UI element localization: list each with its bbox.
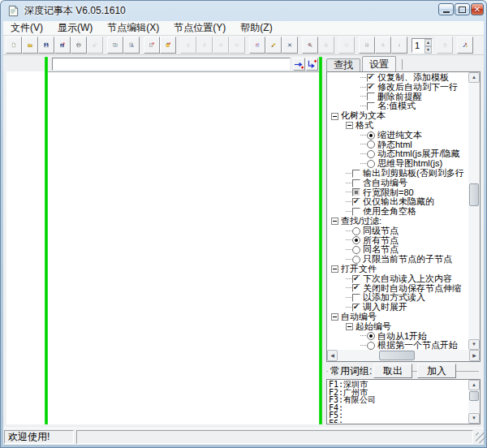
maximize-button[interactable] bbox=[455, 3, 470, 15]
expand-level-1-icon bbox=[397, 39, 402, 51]
tree-horizontal-scrollbar[interactable]: ◀ ▶ bbox=[327, 350, 480, 361]
scroll-left-icon[interactable]: ◀ bbox=[327, 350, 338, 361]
tree-checkbox-item[interactable]: 修改后自动到下一行 bbox=[329, 83, 468, 93]
delete-x-button[interactable] bbox=[282, 37, 298, 54]
paste-branch-icon bbox=[166, 39, 170, 51]
tree-checkbox-item[interactable]: 下次自动读入上次内容 bbox=[329, 274, 468, 284]
save-button[interactable] bbox=[38, 37, 54, 54]
tree-item-label: 打开文件 bbox=[341, 265, 377, 274]
minimize-button[interactable] bbox=[438, 3, 454, 15]
tree-connector bbox=[346, 201, 351, 203]
tree-node[interactable]: 查找/过滤: bbox=[329, 217, 468, 226]
zoom-in-button[interactable] bbox=[302, 37, 318, 54]
tree-item-label: 下次自动读入上次内容 bbox=[363, 274, 452, 284]
tree-connector bbox=[360, 96, 366, 97]
scroll-up-icon[interactable]: ▲ bbox=[468, 72, 480, 83]
zoom-in-icon bbox=[308, 39, 312, 51]
expand-level-1-button[interactable] bbox=[391, 37, 407, 54]
list-vertical-scrollbar[interactable]: ▲ ▼ bbox=[468, 380, 480, 424]
scroll-right-icon[interactable]: ▶ bbox=[469, 350, 480, 361]
save-as-button[interactable] bbox=[54, 37, 71, 54]
spinner-up-icon[interactable]: ▲ bbox=[425, 39, 432, 46]
phrase-list-item[interactable]: F5: bbox=[329, 411, 468, 420]
collapse-icon[interactable] bbox=[346, 323, 353, 330]
tree-node[interactable]: 自动编号 bbox=[329, 312, 468, 322]
tree-node[interactable]: 起始编号 bbox=[329, 322, 468, 332]
tree-checkbox-item[interactable]: 输出到剪贴板(否则到多行 bbox=[329, 169, 468, 179]
add-phrase-button[interactable]: 加入 bbox=[417, 364, 456, 378]
add-child-node-button[interactable] bbox=[306, 58, 318, 71]
scroll-down-icon[interactable]: ▼ bbox=[468, 339, 480, 350]
close-icon: ✕ bbox=[474, 6, 481, 14]
arrow-down-icon bbox=[202, 39, 207, 51]
expand-level-3-button[interactable] bbox=[359, 37, 375, 54]
radio-icon bbox=[367, 342, 375, 350]
checkbox-checked-icon bbox=[352, 198, 360, 206]
scroll-down-icon[interactable]: ▼ bbox=[468, 413, 480, 424]
collapse-burst-button bbox=[338, 37, 355, 54]
tree-radio-item[interactable]: 同级节点 bbox=[329, 226, 468, 236]
menu-help[interactable]: 帮助(Z) bbox=[233, 21, 279, 35]
tree-node[interactable]: 化树为文本 bbox=[329, 111, 468, 121]
new-file-button[interactable] bbox=[6, 37, 22, 54]
tree-radio-item[interactable]: 缩进纯文本 bbox=[329, 131, 468, 140]
tree-connector bbox=[360, 135, 366, 136]
copy-branch-button[interactable] bbox=[144, 37, 160, 54]
add-sibling-node-button[interactable] bbox=[293, 58, 305, 71]
fetch-phrase-button[interactable]: 取出 bbox=[373, 364, 412, 378]
phrase-list-item[interactable]: F3:有限公司 bbox=[329, 396, 468, 404]
copy-node-button[interactable] bbox=[107, 37, 123, 54]
scrollbar-thumb[interactable] bbox=[469, 391, 479, 401]
pointer-icon bbox=[324, 39, 329, 51]
radio-selected-icon bbox=[367, 332, 375, 340]
node-tree-panel[interactable] bbox=[6, 71, 45, 424]
note-editor[interactable] bbox=[48, 71, 319, 424]
checkbox-checked-icon bbox=[367, 74, 375, 82]
indent-lines-button[interactable] bbox=[249, 37, 265, 54]
menu-file[interactable]: 文件(V) bbox=[3, 21, 50, 35]
collapse-icon[interactable] bbox=[331, 265, 338, 273]
expand-level-2-button[interactable] bbox=[375, 37, 391, 54]
tools-button[interactable] bbox=[457, 37, 473, 54]
app-window: 深度记事本 V6.05.1610 ✕ 文件(V) 显示(W) 节点编辑(X) 节… bbox=[0, 0, 487, 448]
node-number-spinner[interactable]: 1▲▼ bbox=[412, 38, 433, 53]
paste-branch-button[interactable] bbox=[160, 37, 176, 54]
find-node-button[interactable] bbox=[123, 37, 140, 54]
resize-grip-icon[interactable] bbox=[476, 433, 486, 443]
menu-node-edit[interactable]: 节点编辑(X) bbox=[100, 21, 166, 35]
tab-find[interactable]: 查找 bbox=[326, 58, 360, 71]
scrollbar-thumb[interactable] bbox=[379, 351, 415, 360]
tree-item-label: 格式 bbox=[356, 121, 373, 131]
menu-node-position[interactable]: 节点位置(Y) bbox=[166, 21, 233, 35]
menu-view[interactable]: 显示(W) bbox=[50, 21, 100, 35]
collapse-icon[interactable] bbox=[331, 218, 338, 225]
checkbox-checked-icon bbox=[367, 84, 375, 92]
collapse-icon[interactable] bbox=[331, 313, 338, 321]
edit-pen-button[interactable] bbox=[265, 37, 282, 54]
tree-checkbox-item[interactable]: 含自动编号 bbox=[329, 179, 468, 188]
tree-node[interactable]: 打开文件 bbox=[329, 265, 468, 274]
spinner-down-icon[interactable]: ▼ bbox=[425, 46, 432, 54]
collapse-icon[interactable] bbox=[331, 113, 338, 120]
tree-radio-item[interactable]: 根据第一个节点开始 bbox=[329, 341, 468, 350]
node-text-input[interactable] bbox=[52, 58, 291, 71]
tree-node[interactable]: 格式 bbox=[329, 121, 468, 131]
open-folder-button[interactable] bbox=[22, 37, 38, 54]
phrase-list-item[interactable]: F6: bbox=[329, 420, 468, 424]
tree-connector bbox=[360, 153, 366, 155]
right-splitter[interactable] bbox=[319, 57, 322, 424]
tree-connector bbox=[346, 287, 351, 289]
tree-vertical-scrollbar[interactable]: ▲ ▼ bbox=[468, 72, 480, 350]
scroll-up-icon[interactable]: ▲ bbox=[468, 380, 480, 390]
phrase-list-item[interactable]: F4: bbox=[329, 404, 468, 412]
print-button[interactable] bbox=[71, 37, 87, 54]
tree-connector bbox=[346, 259, 351, 261]
tree-item-label: 起始编号 bbox=[356, 322, 391, 332]
tree-radio-item[interactable]: 所有节点 bbox=[329, 236, 468, 246]
collapse-icon[interactable] bbox=[346, 122, 353, 129]
scrollbar-thumb[interactable] bbox=[469, 183, 479, 206]
close-button[interactable]: ✕ bbox=[471, 3, 484, 15]
tab-settings[interactable]: 设置 bbox=[362, 56, 396, 71]
find-node-icon bbox=[129, 39, 134, 51]
checkbox-icon bbox=[367, 102, 375, 110]
